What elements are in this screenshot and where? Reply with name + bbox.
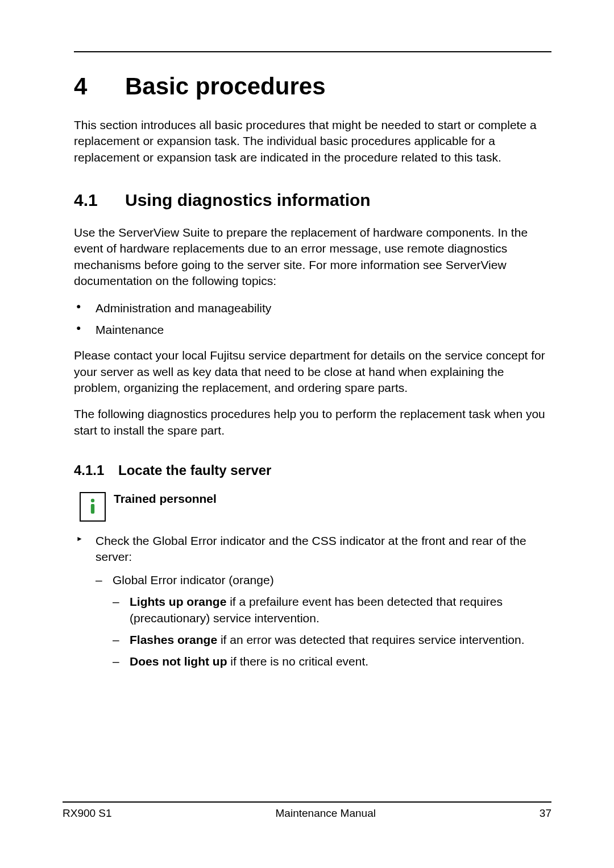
dash-item: Global Error indicator (orange) Lights u… [96, 572, 551, 670]
step-item: Check the Global Error indicator and the… [74, 533, 551, 669]
step-list: Check the Global Error indicator and the… [74, 533, 551, 669]
dash-list-level2: Lights up orange if a prefailure event h… [113, 594, 551, 669]
state-bold: Does not light up [130, 655, 227, 668]
header-rule [74, 51, 551, 52]
chapter-title: Basic procedures [125, 73, 326, 100]
info-label: Trained personnel [114, 492, 217, 506]
bullet-item: Administration and manageability [74, 299, 551, 317]
subsection-heading: 4.1.1Locate the faulty server [74, 462, 551, 478]
section-p2: Please contact your local Fujitsu servic… [74, 348, 551, 396]
dash-item: Lights up orange if a prefailure event h… [113, 594, 551, 626]
info-icon-box [80, 492, 106, 522]
footer-right: 37 [540, 807, 551, 820]
state-rest: if there is no critical event. [227, 655, 368, 668]
chapter-number: 4 [74, 73, 125, 100]
step-text: Check the Global Error indicator and the… [96, 534, 526, 563]
chapter-heading: 4Basic procedures [74, 73, 551, 100]
subsection-title: Locate the faulty server [118, 462, 271, 478]
section-p1: Use the ServerView Suite to prepare the … [74, 225, 551, 289]
footer-center: Maintenance Manual [276, 807, 376, 820]
section-title: Using diagnostics information [125, 191, 371, 209]
svg-point-0 [91, 499, 94, 502]
dash-item: Flashes orange if an error was detected … [113, 632, 551, 648]
section-number: 4.1 [74, 191, 125, 210]
state-bold: Lights up orange [130, 595, 226, 608]
footer-rule [63, 801, 551, 803]
dash-item: Does not light up if there is no critica… [113, 654, 551, 669]
section-p3: The following diagnostics procedures hel… [74, 406, 551, 439]
state-rest: if an error was detected that requires s… [217, 633, 524, 646]
info-icon [88, 498, 98, 515]
bullet-item: Maintenance [74, 321, 551, 339]
page: 4Basic procedures This section introduce… [0, 0, 614, 868]
info-callout: Trained personnel [74, 492, 551, 522]
bullet-list: Administration and manageability Mainten… [74, 299, 551, 338]
page-footer: RX900 S1 Maintenance Manual 37 [63, 801, 551, 820]
svg-rect-1 [91, 504, 94, 514]
section-heading: 4.1Using diagnostics information [74, 191, 551, 210]
state-bold: Flashes orange [130, 633, 217, 646]
dash-text: Global Error indicator (orange) [113, 573, 274, 586]
footer-left: RX900 S1 [63, 807, 112, 820]
subsection-number: 4.1.1 [74, 462, 118, 478]
intro-paragraph: This section introduces all basic proced… [74, 117, 551, 166]
footer-row: RX900 S1 Maintenance Manual 37 [63, 807, 551, 820]
dash-list-level1: Global Error indicator (orange) Lights u… [96, 572, 551, 670]
